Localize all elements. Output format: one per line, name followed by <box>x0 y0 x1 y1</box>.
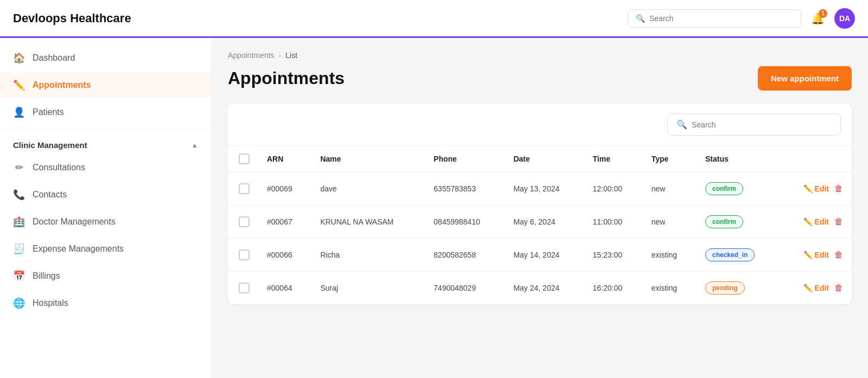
row-type: existing <box>643 272 697 305</box>
global-search-input[interactable] <box>649 14 793 23</box>
appointments-icon: ✏️ <box>13 79 25 91</box>
notifications-bell[interactable]: 🔔 1 <box>811 12 825 25</box>
row-arn: #00067 <box>258 206 311 239</box>
table-row: #00067 KRUNAL NA WASAM 08459988410 May 6… <box>228 206 852 239</box>
row-time: 11:00:00 <box>584 206 643 239</box>
table-row: #00064 Suraj 7490048029 May 24, 2024 16:… <box>228 272 852 305</box>
avatar[interactable]: DA <box>834 8 855 29</box>
contacts-icon: 📞 <box>13 189 25 201</box>
delete-button[interactable]: 🗑 <box>834 217 843 227</box>
sidebar-item-patients[interactable]: 👤 Patients <box>0 99 211 126</box>
row-arn: #00064 <box>258 272 311 305</box>
sidebar-item-contacts[interactable]: 📞 Contacts <box>0 181 211 208</box>
appointments-table-card: 🔍 ARN Name Phone Date <box>228 104 852 304</box>
topbar: Devloops Healthcare 🔍 🔔 1 DA <box>0 0 868 38</box>
edit-button[interactable]: ✏️ Edit <box>803 217 829 226</box>
status-badge[interactable]: confirm <box>705 182 743 195</box>
global-search-box[interactable]: 🔍 <box>628 9 801 28</box>
page-header: Appointments New appointment <box>228 66 852 91</box>
new-appointment-button[interactable]: New appointment <box>758 66 852 91</box>
col-date: Date <box>505 146 584 172</box>
breadcrumb: Appointments › List <box>228 51 852 60</box>
row-status: confirm <box>697 172 780 206</box>
sidebar-item-label-patients: Patients <box>33 107 64 117</box>
app-title: Devloops Healthcare <box>13 11 131 25</box>
patients-icon: 👤 <box>13 106 25 118</box>
status-badge[interactable]: pending <box>705 281 745 294</box>
sidebar-item-label-consultations: Consultations <box>33 163 85 172</box>
delete-button[interactable]: 🗑 <box>834 283 843 293</box>
breadcrumb-current: List <box>285 51 297 60</box>
table-toolbar: 🔍 <box>228 104 852 145</box>
col-checkbox <box>228 146 258 172</box>
table-search-icon: 🔍 <box>676 119 687 130</box>
row-time: 16:20:00 <box>584 272 643 305</box>
row-actions: ✏️ Edit 🗑 <box>780 206 852 239</box>
sidebar-item-doctor-managements[interactable]: 🏥 Doctor Managements <box>0 208 211 235</box>
edit-button[interactable]: ✏️ Edit <box>803 284 829 292</box>
row-type: new <box>643 172 697 206</box>
sidebar-item-hospitals[interactable]: 🌐 Hospitals <box>0 290 211 317</box>
edit-button[interactable]: ✏️ Edit <box>803 251 829 259</box>
sidebar-item-appointments[interactable]: ✏️ Appointments <box>0 72 211 99</box>
sidebar-item-expense-managements[interactable]: 🧾 Expense Managements <box>0 235 211 262</box>
col-arn: ARN <box>258 146 311 172</box>
col-type: Type <box>643 146 697 172</box>
table-search-box[interactable]: 🔍 <box>667 113 841 136</box>
select-all-checkbox[interactable] <box>239 153 250 164</box>
sidebar: 🏠 Dashboard ✏️ Appointments 👤 Patients C… <box>0 38 212 378</box>
row-checkbox-cell <box>228 206 258 239</box>
status-badge[interactable]: checked_in <box>705 248 755 261</box>
billings-icon: 📅 <box>13 270 25 282</box>
sidebar-item-billings[interactable]: 📅 Billings <box>0 262 211 290</box>
row-checkbox[interactable] <box>239 183 250 194</box>
delete-button[interactable]: 🗑 <box>834 184 843 194</box>
row-name: KRUNAL NA WASAM <box>311 206 425 239</box>
main-content: Appointments › List Appointments New app… <box>212 38 868 378</box>
row-phone: 8200582658 <box>425 239 505 272</box>
row-checkbox-cell <box>228 172 258 206</box>
sidebar-item-consultations[interactable]: ✏ Consultations <box>0 154 211 181</box>
breadcrumb-parent[interactable]: Appointments <box>228 51 275 60</box>
row-status: confirm <box>697 206 780 239</box>
row-checkbox[interactable] <box>239 249 250 260</box>
status-badge[interactable]: confirm <box>705 215 743 228</box>
col-status: Status <box>697 146 780 172</box>
row-phone: 6355783853 <box>425 172 505 206</box>
expense-icon: 🧾 <box>13 243 25 255</box>
row-checkbox[interactable] <box>239 283 250 293</box>
row-checkbox[interactable] <box>239 216 250 227</box>
row-phone: 08459988410 <box>425 206 505 239</box>
appointments-table: ARN Name Phone Date Time Type Status <box>228 145 852 304</box>
breadcrumb-separator: › <box>279 51 282 60</box>
topbar-right: 🔍 🔔 1 DA <box>628 8 855 29</box>
sidebar-item-label-contacts: Contacts <box>33 190 67 200</box>
consultations-icon: ✏ <box>13 162 25 174</box>
sidebar-item-label-billings: Billings <box>33 271 60 281</box>
row-time: 12:00:00 <box>584 172 643 206</box>
clinic-management-section[interactable]: Clinic Management ▲ <box>0 133 211 154</box>
row-date: May 14, 2024 <box>505 239 584 272</box>
row-name: dave <box>311 172 425 206</box>
edit-button[interactable]: ✏️ Edit <box>803 184 829 193</box>
sidebar-item-label-hospitals: Hospitals <box>33 298 68 308</box>
row-phone: 7490048029 <box>425 272 505 305</box>
sidebar-item-dashboard[interactable]: 🏠 Dashboard <box>0 44 211 72</box>
notification-badge: 1 <box>819 9 827 18</box>
row-checkbox-cell <box>228 272 258 305</box>
page-title: Appointments <box>228 68 344 88</box>
row-actions: ✏️ Edit 🗑 <box>780 272 852 305</box>
sidebar-item-label-dashboard: Dashboard <box>33 53 75 63</box>
row-name: Suraj <box>311 272 425 305</box>
table-row: #00069 dave 6355783853 May 13, 2024 12:0… <box>228 172 852 206</box>
main-layout: 🏠 Dashboard ✏️ Appointments 👤 Patients C… <box>0 38 868 378</box>
col-name: Name <box>311 146 425 172</box>
col-actions <box>780 146 852 172</box>
delete-button[interactable]: 🗑 <box>834 250 843 260</box>
chevron-up-icon: ▲ <box>192 142 198 149</box>
table-search-input[interactable] <box>692 120 832 129</box>
sidebar-divider <box>0 129 211 130</box>
home-icon: 🏠 <box>13 52 25 64</box>
row-date: May 24, 2024 <box>505 272 584 305</box>
table-row: #00066 Richa 8200582658 May 14, 2024 15:… <box>228 239 852 272</box>
